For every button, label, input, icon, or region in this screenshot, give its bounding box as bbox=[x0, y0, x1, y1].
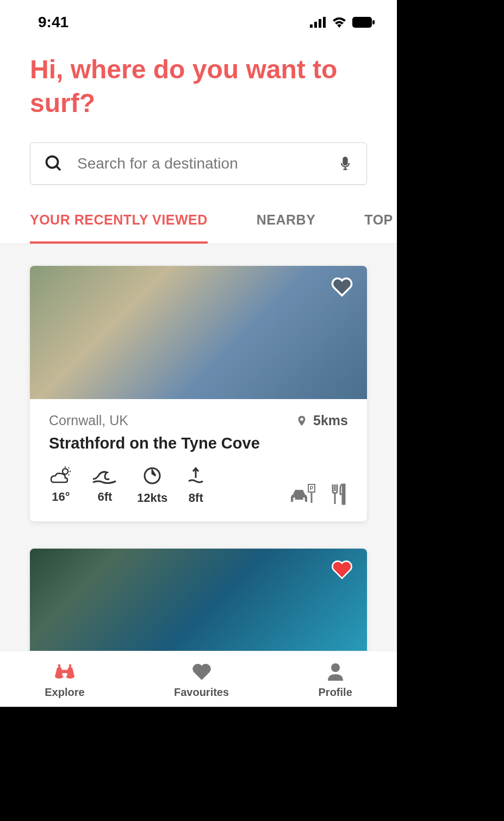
distance-value: 5kms bbox=[313, 413, 348, 428]
tab-top[interactable]: TOP P bbox=[364, 212, 397, 244]
cellular-icon bbox=[310, 17, 326, 28]
spot-card-meta: Cornwall, UK 5kms bbox=[49, 413, 348, 429]
svg-point-6 bbox=[47, 156, 58, 167]
favourite-button[interactable] bbox=[331, 559, 353, 582]
tab-recently-viewed[interactable]: YOUR RECENTLY VIEWED bbox=[30, 212, 208, 244]
svg-text:P: P bbox=[310, 486, 314, 492]
status-bar: 9:41 bbox=[0, 0, 397, 36]
tab-nearby[interactable]: NEARBY bbox=[257, 212, 316, 244]
app-screen: 9:41 Hi, where do you want to surf? YOUR… bbox=[0, 0, 397, 707]
heart-filled-icon bbox=[331, 559, 353, 580]
spot-title: Strathford on the Tyne Cove bbox=[49, 434, 348, 452]
parking-icon: P bbox=[289, 483, 316, 505]
weather-icon bbox=[49, 466, 73, 484]
nav-profile-label: Profile bbox=[319, 686, 352, 699]
svg-rect-5 bbox=[372, 20, 375, 24]
stat-wind: 12kts bbox=[137, 466, 167, 505]
svg-line-12 bbox=[69, 468, 69, 468]
favourite-button[interactable] bbox=[331, 277, 353, 300]
microphone-icon[interactable] bbox=[338, 154, 353, 173]
nav-explore[interactable]: Explore bbox=[45, 662, 84, 699]
stat-swell: 8ft bbox=[186, 466, 205, 505]
stat-wave-value: 6ft bbox=[98, 490, 113, 504]
status-icons bbox=[310, 17, 375, 28]
search-input[interactable] bbox=[77, 155, 324, 172]
wind-icon bbox=[142, 466, 162, 486]
spot-image bbox=[30, 549, 367, 668]
search-box[interactable] bbox=[30, 142, 367, 185]
swell-icon bbox=[186, 466, 205, 486]
search-icon bbox=[44, 154, 64, 173]
stat-temp-value: 16° bbox=[52, 490, 70, 504]
svg-line-13 bbox=[69, 475, 69, 475]
spot-stats-row: 16° 6ft 12kts 8ft bbox=[49, 466, 348, 505]
spot-card[interactable] bbox=[30, 549, 367, 668]
heart-icon bbox=[191, 662, 213, 682]
svg-rect-3 bbox=[323, 17, 326, 28]
tabs: YOUR RECENTLY VIEWED NEARBY TOP P bbox=[0, 196, 397, 244]
status-time: 9:41 bbox=[38, 14, 69, 31]
nav-explore-label: Explore bbox=[45, 686, 84, 699]
spot-distance: 5kms bbox=[296, 413, 348, 429]
stat-wave: 6ft bbox=[92, 466, 118, 505]
stat-swell-value: 8ft bbox=[189, 491, 203, 505]
svg-point-19 bbox=[331, 663, 340, 672]
svg-rect-1 bbox=[314, 22, 317, 28]
svg-rect-4 bbox=[352, 17, 372, 28]
person-icon bbox=[326, 662, 345, 682]
search-container bbox=[0, 132, 397, 196]
spot-card[interactable]: Cornwall, UK 5kms Strathford on the Tyne… bbox=[30, 266, 367, 521]
nav-favourites-label: Favourites bbox=[174, 686, 229, 699]
content-area[interactable]: Cornwall, UK 5kms Strathford on the Tyne… bbox=[0, 244, 397, 668]
spot-location: Cornwall, UK bbox=[49, 413, 128, 428]
spot-amenities: P bbox=[289, 483, 348, 505]
stat-wind-value: 12kts bbox=[137, 491, 167, 505]
svg-rect-2 bbox=[319, 19, 321, 28]
svg-rect-18 bbox=[342, 484, 345, 504]
wave-icon bbox=[92, 466, 118, 484]
spot-image bbox=[30, 266, 367, 399]
spot-card-body: Cornwall, UK 5kms Strathford on the Tyne… bbox=[30, 399, 367, 521]
svg-rect-8 bbox=[344, 157, 347, 165]
spot-stats: 16° 6ft 12kts 8ft bbox=[49, 466, 205, 505]
nav-favourites[interactable]: Favourites bbox=[174, 662, 229, 699]
battery-icon bbox=[352, 17, 375, 28]
restaurant-icon bbox=[329, 483, 348, 505]
pin-icon bbox=[296, 413, 308, 429]
heart-outline-icon bbox=[331, 277, 353, 297]
binoculars-icon bbox=[53, 662, 77, 682]
nav-profile[interactable]: Profile bbox=[319, 662, 352, 699]
svg-line-7 bbox=[57, 166, 61, 170]
page-title: Hi, where do you want to surf? bbox=[30, 53, 367, 121]
bottom-nav: Explore Favourites Profile bbox=[0, 651, 397, 707]
stat-temp: 16° bbox=[49, 466, 73, 505]
page-header: Hi, where do you want to surf? bbox=[0, 36, 397, 132]
wifi-icon bbox=[332, 17, 347, 28]
svg-rect-0 bbox=[310, 24, 313, 28]
